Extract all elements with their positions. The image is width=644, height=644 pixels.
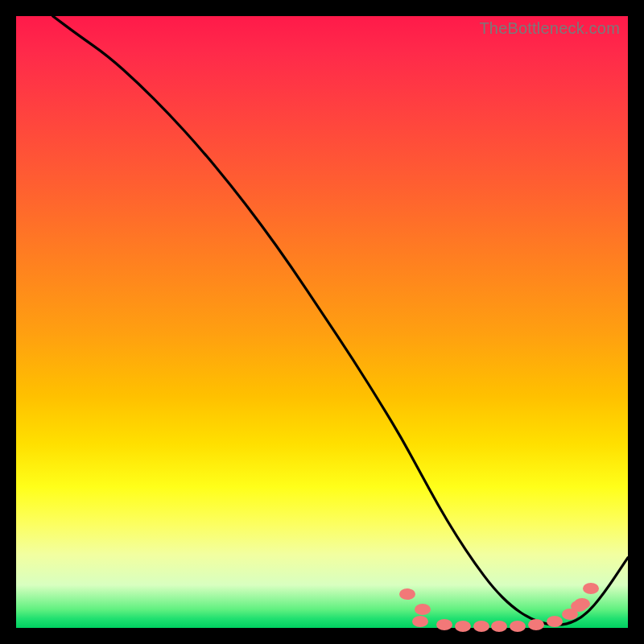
marker-dot — [473, 621, 489, 632]
marker-dot — [571, 601, 587, 612]
marker-dot — [455, 621, 471, 632]
bottleneck-curve — [16, 16, 628, 628]
marker-dot — [528, 619, 544, 630]
marker-dot — [412, 616, 428, 627]
marker-dot — [399, 588, 415, 600]
marker-dot — [510, 621, 526, 632]
marker-dot — [547, 616, 563, 627]
chart-frame: TheBottleneck.com — [16, 16, 628, 628]
marker-dot — [583, 583, 599, 594]
marker-dot — [415, 604, 431, 615]
marker-dot — [491, 621, 507, 632]
marker-dot — [436, 619, 452, 630]
